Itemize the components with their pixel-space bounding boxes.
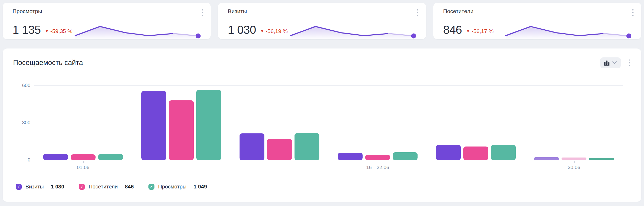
kpi-card-visitors: Посетители 846 ▼ -56,17 %	[433, 3, 641, 39]
bar[interactable]	[463, 147, 488, 160]
bar[interactable]	[295, 133, 319, 160]
bar[interactable]	[393, 152, 418, 160]
bar-group	[525, 86, 623, 160]
bar-group	[427, 86, 525, 160]
kpi-delta: ▼ -56,19 %	[260, 28, 288, 34]
sparkline-chart	[75, 24, 201, 41]
legend-entry-visitors[interactable]: ✓ Посетители 846	[79, 183, 134, 190]
chart-type-selector[interactable]	[600, 57, 621, 68]
kpi-delta-value: -56,17 %	[471, 28, 493, 34]
kpi-value: 1 135	[13, 23, 41, 36]
x-tick-cell: 30.06	[525, 161, 623, 170]
x-tick-label: 30.06	[568, 165, 580, 170]
plot-area: 6003000	[34, 86, 623, 160]
sparkline-chart	[506, 24, 631, 41]
bar[interactable]	[562, 158, 586, 160]
bar[interactable]	[71, 154, 96, 160]
kpi-delta-value: -56,19 %	[266, 28, 288, 34]
y-tick-label: 300	[22, 120, 30, 126]
bar[interactable]	[589, 158, 614, 160]
legend-entry-visits[interactable]: ✓ Визиты 1 030	[16, 183, 64, 190]
x-tick-cell	[230, 161, 329, 170]
kpi-delta: ▼ -56,17 %	[466, 28, 494, 34]
x-tick-label: 01.06	[77, 165, 90, 170]
kpi-card-views: Просмотры 1 135 ▼ -59,35 %	[3, 3, 211, 39]
x-axis: 01.0616—22.0630.06	[34, 161, 623, 170]
bar-group	[132, 86, 230, 160]
legend-label: Посетители	[88, 183, 118, 190]
y-tick-label: 0	[27, 157, 30, 163]
bar[interactable]	[43, 154, 68, 160]
bar[interactable]	[534, 157, 559, 160]
legend-value: 1 030	[51, 183, 64, 190]
bar-chart-icon	[604, 60, 610, 66]
kpi-value: 846	[443, 23, 462, 36]
page-title: Посещаемость сайта	[13, 59, 83, 67]
bar-group	[34, 86, 132, 160]
checkbox-checked-icon[interactable]: ✓	[79, 184, 85, 190]
chevron-down-icon	[612, 61, 617, 64]
legend-label: Визиты	[25, 183, 44, 190]
checkbox-checked-icon[interactable]: ✓	[148, 184, 154, 190]
bar[interactable]	[169, 100, 194, 160]
bar[interactable]	[196, 90, 221, 160]
x-tick-cell	[427, 161, 525, 170]
bar[interactable]	[240, 133, 264, 160]
bar-group	[329, 86, 427, 160]
bar[interactable]	[267, 139, 292, 160]
sparkline-chart	[291, 24, 416, 41]
kebab-menu-icon[interactable]	[416, 8, 419, 17]
kebab-menu-icon[interactable]	[631, 8, 635, 17]
kpi-cards-row: Просмотры 1 135 ▼ -59,35 % Визиты 1 030 …	[3, 3, 641, 39]
x-tick-label: 16—22.06	[366, 165, 389, 170]
kebab-menu-icon[interactable]	[628, 58, 631, 67]
arrow-down-icon: ▼	[466, 29, 470, 33]
kpi-value: 1 030	[228, 23, 256, 36]
x-tick-mark	[83, 161, 84, 163]
kpi-card-visits: Визиты 1 030 ▼ -56,19 %	[218, 3, 426, 39]
kpi-delta-value: -59,35 %	[50, 28, 72, 34]
arrow-down-icon: ▼	[260, 29, 264, 33]
kpi-delta: ▼ -59,35 %	[45, 28, 73, 34]
x-tick-cell	[132, 161, 230, 170]
arrow-down-icon: ▼	[45, 29, 49, 33]
bars-layer	[34, 86, 623, 160]
legend-label: Просмотры	[158, 183, 186, 190]
bar[interactable]	[365, 155, 390, 160]
checkbox-checked-icon[interactable]: ✓	[16, 184, 22, 190]
x-tick-cell: 01.06	[34, 161, 132, 170]
bar[interactable]	[436, 145, 461, 160]
x-tick-mark	[378, 161, 378, 163]
kpi-label: Визиты	[228, 8, 247, 14]
legend-value: 846	[125, 183, 134, 190]
bar[interactable]	[338, 153, 363, 160]
legend-value: 1 049	[193, 183, 207, 190]
bar[interactable]	[141, 91, 166, 160]
kpi-label: Посетители	[443, 8, 474, 14]
bar-group	[230, 86, 329, 160]
kebab-menu-icon[interactable]	[201, 8, 204, 17]
x-tick-cell: 16—22.06	[329, 161, 427, 170]
chart-legend: ✓ Визиты 1 030 ✓ Посетители 846 ✓ Просмо…	[16, 183, 207, 190]
x-tick-mark	[574, 161, 575, 163]
legend-entry-views[interactable]: ✓ Просмотры 1 049	[148, 183, 207, 190]
site-traffic-card: Посещаемость сайта 6003000 01.0616—22.06…	[3, 48, 641, 202]
bar-chart: 6003000 01.0616—22.0630.06	[34, 86, 623, 170]
bar[interactable]	[98, 154, 123, 160]
y-tick-label: 600	[22, 83, 30, 88]
bar[interactable]	[491, 145, 516, 160]
kpi-label: Просмотры	[13, 8, 42, 14]
